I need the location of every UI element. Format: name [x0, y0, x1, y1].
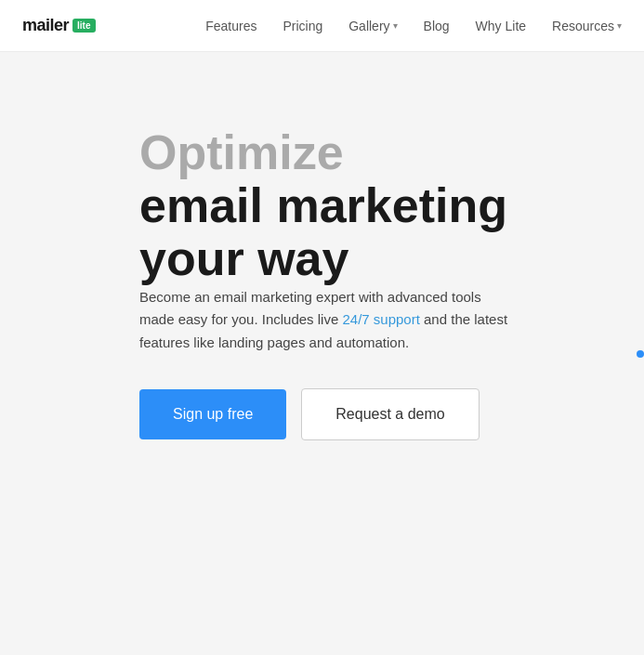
nav-item-resources[interactable]: Resources ▾	[552, 19, 622, 33]
hero-heading-email: email marketing	[139, 178, 507, 232]
hero-heading-optimize: Optimize	[139, 125, 344, 179]
main-nav: Features Pricing Gallery ▾ Blog Why Lite…	[205, 19, 622, 33]
nav-item-whylite[interactable]: Why Lite	[476, 19, 526, 33]
nav-item-pricing[interactable]: Pricing	[283, 19, 322, 33]
chevron-down-icon: ▾	[393, 20, 398, 31]
support-link[interactable]: 24/7 support	[342, 311, 419, 327]
logo-badge: lite	[72, 19, 95, 33]
chevron-down-icon: ▾	[617, 20, 622, 31]
logo[interactable]: mailer lite	[22, 16, 96, 35]
hero-description: Become an email marketing expert with ad…	[139, 286, 511, 355]
logo-text: mailer	[22, 16, 69, 35]
main-content: Optimize email marketing your way Become…	[0, 52, 644, 655]
hero-section: Optimize email marketing your way Become…	[139, 126, 604, 440]
nav-item-blog[interactable]: Blog	[424, 19, 450, 33]
hero-heading-yourway: your way	[139, 231, 348, 285]
hero-heading: Optimize email marketing your way	[139, 126, 604, 286]
signup-button[interactable]: Sign up free	[139, 389, 286, 439]
nav-item-gallery[interactable]: Gallery ▾	[348, 19, 397, 33]
header: mailer lite Features Pricing Gallery ▾ B…	[0, 0, 644, 52]
cta-buttons: Sign up free Request a demo	[139, 388, 604, 440]
scroll-indicator	[637, 350, 644, 358]
nav-item-features[interactable]: Features	[205, 19, 256, 33]
demo-button[interactable]: Request a demo	[301, 388, 479, 440]
